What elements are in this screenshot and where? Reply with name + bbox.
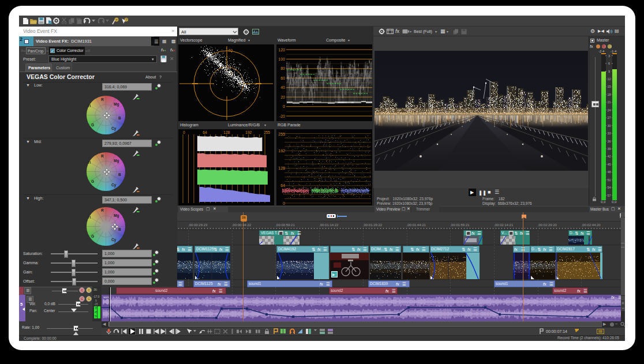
- svg-text:24: 24: [607, 108, 611, 112]
- svg-text:54: 54: [607, 186, 611, 189]
- svg-text:80: 80: [280, 66, 285, 70]
- svg-text:128: 128: [223, 130, 230, 134]
- svg-text:-20: -20: [279, 114, 285, 118]
- svg-text:21: 21: [607, 100, 611, 104]
- svg-text:45: 45: [607, 163, 611, 166]
- svg-text:36: 36: [607, 140, 611, 143]
- svg-text:128: 128: [278, 166, 285, 170]
- svg-text:27: 27: [607, 116, 611, 119]
- svg-text:3: 3: [608, 54, 610, 58]
- svg-text:30: 30: [607, 124, 611, 127]
- svg-text:100: 100: [278, 57, 285, 61]
- svg-text:64: 64: [280, 183, 285, 187]
- svg-text:33: 33: [607, 132, 611, 135]
- svg-text:255: 255: [264, 130, 270, 134]
- svg-text:42: 42: [607, 155, 611, 158]
- svg-text:0: 0: [183, 130, 185, 134]
- svg-text:40: 40: [280, 85, 285, 89]
- svg-text:0: 0: [283, 104, 285, 108]
- svg-text:48: 48: [607, 170, 611, 174]
- svg-text:120: 120: [278, 48, 285, 52]
- svg-text:60: 60: [280, 76, 285, 80]
- svg-text:40: 40: [228, 48, 233, 52]
- svg-text:18: 18: [607, 93, 611, 96]
- svg-text:20: 20: [280, 95, 285, 99]
- svg-text:12: 12: [607, 77, 611, 81]
- svg-text:255: 255: [278, 132, 285, 136]
- svg-text:57: 57: [607, 194, 611, 197]
- svg-text:51: 51: [607, 178, 611, 182]
- svg-text:0: 0: [283, 201, 285, 205]
- svg-text:15: 15: [607, 85, 611, 88]
- svg-text:9: 9: [608, 70, 610, 73]
- svg-text:192: 192: [278, 149, 285, 153]
- svg-text:6: 6: [608, 62, 610, 65]
- svg-text:39: 39: [607, 147, 611, 151]
- svg-text:192: 192: [245, 130, 252, 134]
- svg-text:64: 64: [203, 130, 207, 134]
